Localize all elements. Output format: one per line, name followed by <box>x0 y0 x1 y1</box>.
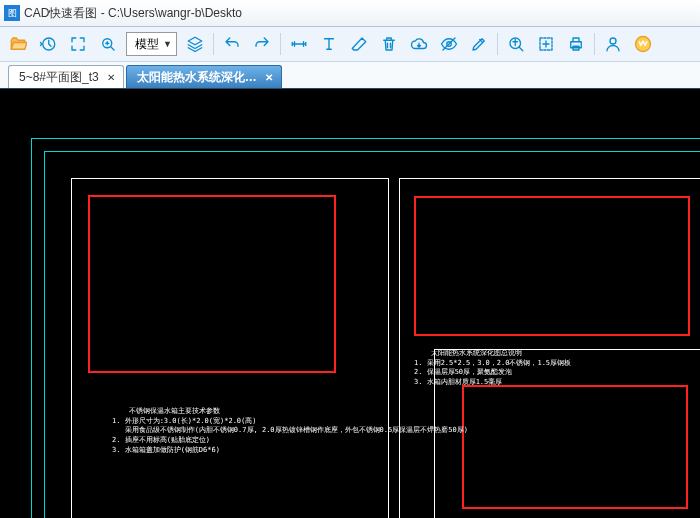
note-block-2: 太阳能热水系统深化图总说明 1. 采用2.5*2.5，3.0，2.0不锈钢，1.… <box>414 339 614 398</box>
main-toolbar: 模型 ▼ <box>0 27 700 62</box>
text-button[interactable] <box>317 32 341 56</box>
toolbar-separator <box>213 33 214 55</box>
model-space-label: 模型 <box>135 36 159 53</box>
window-title: CAD快速看图 - C:\Users\wangr-b\Deskto <box>24 5 242 22</box>
tab-label: 5~8#平面图_t3 <box>19 69 99 86</box>
cloud-download-button[interactable] <box>407 32 431 56</box>
find-text-button[interactable] <box>504 32 528 56</box>
tab-active-drawing[interactable]: 太阳能热水系统深化… ✕ <box>126 65 282 88</box>
tab-label: 太阳能热水系统深化… <box>137 69 257 86</box>
vip-button[interactable] <box>631 32 655 56</box>
model-space-selector[interactable]: 模型 ▼ <box>126 32 177 56</box>
undo-button[interactable] <box>220 32 244 56</box>
tab-close-button[interactable]: ✕ <box>263 72 275 83</box>
tab-inactive-drawing[interactable]: 5~8#平面图_t3 ✕ <box>8 65 124 88</box>
toolbar-separator <box>497 33 498 55</box>
note-block-1: 不锈钢保温水箱主要技术参数 1. 外形尺寸为:3.0(长)*2.0(宽)*2.0… <box>112 397 372 466</box>
drawing-canvas[interactable]: 不锈钢保温水箱主要技术参数 1. 外形尺寸为:3.0(长)*2.0(宽)*2.0… <box>0 89 700 518</box>
delete-button[interactable] <box>377 32 401 56</box>
toolbar-separator <box>594 33 595 55</box>
svg-point-7 <box>635 37 650 52</box>
zoom-extents-button[interactable] <box>66 32 90 56</box>
visibility-button[interactable] <box>437 32 461 56</box>
dropdown-arrow-icon: ▼ <box>163 39 172 49</box>
highlight-rect-3 <box>462 385 688 509</box>
redo-button[interactable] <box>250 32 274 56</box>
history-button[interactable] <box>36 32 60 56</box>
tab-close-button[interactable]: ✕ <box>105 72 117 83</box>
highlight-rect-1 <box>88 195 336 373</box>
app-logo: 图 <box>4 5 20 21</box>
svg-point-6 <box>610 38 616 44</box>
print-button[interactable] <box>564 32 588 56</box>
layers-button[interactable] <box>183 32 207 56</box>
highlight-rect-2 <box>414 196 690 336</box>
window-titlebar: 图 CAD快速看图 - C:\Users\wangr-b\Deskto <box>0 0 700 27</box>
edit-pen-button[interactable] <box>467 32 491 56</box>
eraser-button[interactable] <box>347 32 371 56</box>
user-account-button[interactable] <box>601 32 625 56</box>
export-button[interactable] <box>534 32 558 56</box>
zoom-window-button[interactable] <box>96 32 120 56</box>
toolbar-separator <box>280 33 281 55</box>
measure-button[interactable] <box>287 32 311 56</box>
tab-bar: 5~8#平面图_t3 ✕ 太阳能热水系统深化… ✕ <box>0 62 700 89</box>
open-file-button[interactable] <box>6 32 30 56</box>
